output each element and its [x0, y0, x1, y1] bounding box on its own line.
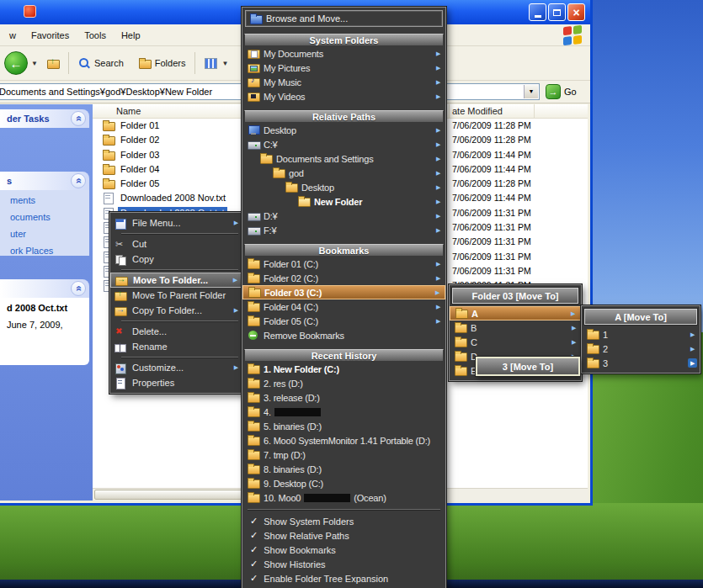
relative-path-item[interactable]: F:¥ [242, 223, 445, 237]
context-menu-item[interactable]: Rename [110, 339, 243, 354]
menu-item-label: 7. tmp (D:) [264, 450, 306, 460]
folders-button[interactable]: Folders [133, 50, 192, 76]
menu-option-item[interactable]: Show Relative Paths [242, 528, 445, 543]
context-menu-item[interactable] [110, 267, 243, 273]
menu-item-label: 3. release (D:) [264, 393, 320, 403]
bookmark-item[interactable]: Folder 04 (C:) [242, 299, 445, 314]
submenu-item[interactable]: 2 [582, 342, 700, 356]
submenu-arrow-icon [434, 168, 443, 177]
submenu-arrow-icon [434, 92, 443, 101]
menu-item-icon [248, 210, 259, 221]
bookmark-item[interactable]: Folder 03 (C:) [242, 285, 445, 299]
menu-option-item[interactable]: Enable Folder Tree Expansion [242, 571, 445, 585]
bookmark-item[interactable]: Folder 05 (C:) [242, 314, 445, 328]
context-menu-item[interactable]: Cut [110, 236, 243, 252]
context-menu-item[interactable]: Customize... [110, 360, 243, 375]
history-item[interactable]: 6. Moo0 SystemMonitor 1.41 Portable (D:) [242, 433, 445, 448]
history-item[interactable]: 9. Desktop (C:) [242, 476, 445, 490]
system-folder-item[interactable]: My Videos [242, 89, 445, 103]
check-icon [250, 559, 258, 569]
relative-path-item[interactable]: New Folder [242, 194, 445, 209]
menu-item-label: Delete... [132, 326, 167, 336]
context-menu-item[interactable]: Move To Parent Folder [110, 288, 243, 303]
up-button[interactable] [41, 50, 65, 76]
sidebar-link[interactable]: ocuments [0, 209, 89, 225]
back-dropdown-icon[interactable]: ▼ [31, 60, 38, 67]
history-item[interactable]: 4. [242, 405, 445, 419]
history-item[interactable]: 3. release (D:) [242, 390, 445, 405]
context-menu-item[interactable]: Copy To Folder... [110, 303, 243, 318]
menu-option-item[interactable]: Show System Folders [242, 514, 445, 528]
menu-item-label: A [471, 309, 478, 319]
sidebar-link[interactable]: uter [0, 225, 89, 242]
menu-item-icon [248, 464, 259, 474]
submenu-arrow-icon [434, 302, 443, 311]
submenu-item[interactable]: 1 [582, 327, 700, 342]
history-item[interactable]: 10. Moo0 (Ocean) [242, 490, 445, 505]
history-item[interactable]: 5. binaries (D:) [242, 419, 445, 433]
bookmark-item[interactable]: Remove Bookmarks [242, 328, 445, 342]
menu-item-label: Remove Bookmarks [264, 331, 344, 341]
menu-item-label: 4. [264, 407, 271, 417]
menu-option-item[interactable]: Show Bookmarks [242, 543, 445, 557]
address-value: Documents and Settings¥god¥Desktop¥New F… [0, 87, 212, 97]
browse-menu-title[interactable]: Browse and Move... [245, 10, 443, 27]
system-folder-item[interactable]: My Pictures [242, 61, 445, 75]
submenu-arrow-icon [434, 211, 443, 220]
context-menu-item[interactable]: Delete... [110, 324, 243, 339]
back-button[interactable] [4, 51, 28, 75]
context-menu-item[interactable]: File Menu... [110, 215, 243, 230]
menu-item-label: Folder 02 (C:) [264, 273, 318, 283]
bookmark-item[interactable]: Folder 02 (C:) [242, 271, 445, 285]
system-folders-list: My Documents My Pictures My Music My Vid… [242, 46, 445, 103]
other-places-header[interactable]: s [0, 172, 89, 190]
collapse-chevron-icon[interactable] [71, 173, 86, 188]
maximize-button[interactable] [548, 3, 566, 21]
collapse-chevron-icon[interactable] [71, 111, 86, 126]
history-item[interactable]: 8. binaries (D:) [242, 462, 445, 476]
system-folder-item[interactable]: My Documents [242, 46, 445, 61]
context-menu-item[interactable] [110, 318, 243, 324]
file-icon [103, 193, 115, 204]
relative-path-item[interactable]: C:¥ [242, 137, 445, 151]
context-menu-item[interactable] [110, 354, 243, 360]
submenu-item[interactable]: C [450, 335, 581, 349]
relative-path-item[interactable]: Desktop [242, 180, 445, 194]
menu-option-item[interactable]: Show Histories [242, 557, 445, 571]
submenu-arrow-icon [434, 140, 443, 149]
relative-path-item[interactable]: god [242, 166, 445, 180]
collapse-chevron-icon[interactable] [71, 281, 86, 296]
relative-path-item[interactable]: D:¥ [242, 209, 445, 223]
submenu-item[interactable]: A [450, 306, 581, 320]
system-folder-item[interactable]: My Music [242, 75, 445, 89]
relative-path-item[interactable]: Documents and Settings [242, 151, 445, 166]
search-button[interactable]: Search [72, 50, 130, 76]
menu-item-icon [273, 167, 285, 178]
menubar-item[interactable]: w [2, 30, 24, 40]
minimize-button[interactable] [529, 3, 546, 21]
relative-path-item[interactable]: Desktop [242, 123, 445, 137]
context-menu-item[interactable]: Copy [110, 252, 243, 267]
folder-tasks-header[interactable]: der Tasks [0, 109, 89, 128]
context-menu-item[interactable]: Properties [110, 375, 243, 390]
go-button[interactable] [546, 84, 561, 99]
history-item[interactable]: 2. res (D:) [242, 376, 445, 390]
sidebar-link[interactable]: ments [0, 192, 89, 209]
column-header-filler [535, 104, 588, 118]
address-dropdown-button[interactable]: ▼ [524, 85, 538, 98]
menubar-item[interactable]: Favorites [24, 30, 77, 40]
submenu-item[interactable]: B [450, 320, 581, 335]
history-item[interactable]: 7. tmp (D:) [242, 448, 445, 462]
menubar-item[interactable]: Help [114, 30, 148, 40]
details-header[interactable] [0, 279, 89, 298]
column-header-date-modified[interactable]: ate Modified [450, 104, 535, 118]
context-menu-item[interactable] [110, 230, 243, 236]
history-item[interactable]: 1. New Folder (C:) [242, 362, 445, 376]
submenu-item[interactable]: 3 [582, 356, 700, 370]
context-menu-item[interactable]: Move To Folder... [110, 273, 243, 288]
sidebar-link[interactable]: ork Places [0, 242, 89, 259]
close-button[interactable]: × [567, 3, 585, 21]
bookmark-item[interactable]: Folder 01 (C:) [242, 257, 445, 271]
menubar-item[interactable]: Tools [77, 30, 114, 40]
views-button[interactable]: ▼ [199, 50, 234, 76]
